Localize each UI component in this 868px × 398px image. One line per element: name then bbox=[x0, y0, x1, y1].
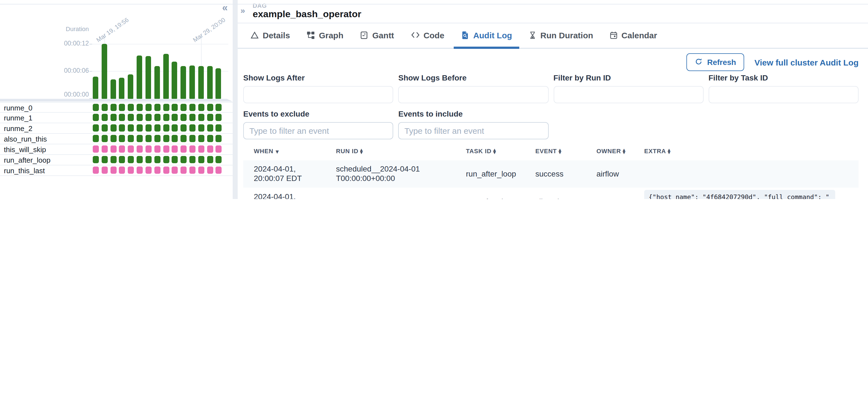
task-instance-cell[interactable] bbox=[163, 124, 169, 132]
task-instance-cell[interactable] bbox=[215, 167, 222, 174]
task-name[interactable]: runme_0 bbox=[4, 103, 32, 113]
task-instance-cell[interactable] bbox=[136, 104, 143, 111]
task-instance-cell[interactable] bbox=[128, 114, 134, 121]
task-instance-cell[interactable] bbox=[102, 104, 108, 111]
task-instance-cell[interactable] bbox=[207, 124, 213, 132]
duration-bar[interactable] bbox=[154, 66, 160, 99]
task-instance-cell[interactable] bbox=[119, 135, 125, 142]
task-instance-cell[interactable] bbox=[128, 156, 134, 163]
task-instance-cell[interactable] bbox=[207, 145, 213, 153]
duration-bar[interactable] bbox=[128, 74, 133, 99]
task-instance-cell[interactable] bbox=[93, 124, 99, 132]
task-instance-cell[interactable] bbox=[198, 114, 205, 121]
task-instance-cell[interactable] bbox=[154, 114, 160, 121]
column-header-event[interactable]: EVENT▲▼ bbox=[531, 144, 592, 160]
task-instance-cell[interactable] bbox=[119, 145, 125, 153]
task-instance-cell[interactable] bbox=[172, 167, 178, 174]
task-instance-cell[interactable] bbox=[215, 135, 222, 142]
task-instance-cell[interactable] bbox=[198, 135, 205, 142]
task-instance-cell[interactable] bbox=[189, 135, 195, 142]
task-instance-cell[interactable] bbox=[136, 156, 143, 163]
task-instance-cell[interactable] bbox=[172, 124, 178, 132]
task-instance-cell[interactable] bbox=[119, 124, 125, 132]
task-instance-cell[interactable] bbox=[146, 104, 152, 111]
task-instance-cell[interactable] bbox=[198, 104, 205, 111]
task-instance-cell[interactable] bbox=[136, 135, 143, 142]
task-instance-cell[interactable] bbox=[189, 145, 195, 153]
task-instance-cell[interactable] bbox=[136, 145, 143, 153]
duration-bar[interactable] bbox=[207, 66, 213, 99]
task-instance-cell[interactable] bbox=[93, 156, 99, 163]
task-instance-cell[interactable] bbox=[154, 156, 160, 163]
task-name[interactable]: run_after_loop bbox=[4, 156, 51, 165]
task-instance-cell[interactable] bbox=[189, 104, 195, 111]
task-instance-cell[interactable] bbox=[102, 145, 108, 153]
tab-details[interactable]: Details bbox=[243, 23, 297, 49]
task-instance-cell[interactable] bbox=[93, 114, 99, 121]
task-instance-cell[interactable] bbox=[102, 156, 108, 163]
task-instance-cell[interactable] bbox=[172, 104, 178, 111]
task-instance-cell[interactable] bbox=[93, 135, 99, 142]
task-instance-cell[interactable] bbox=[181, 114, 187, 121]
task-instance-cell[interactable] bbox=[181, 145, 187, 153]
task-instance-cell[interactable] bbox=[181, 135, 187, 142]
panel-resize-gutter[interactable] bbox=[233, 0, 238, 199]
task-instance-cell[interactable] bbox=[163, 145, 169, 153]
task-instance-cell[interactable] bbox=[207, 156, 213, 163]
task-instance-cell[interactable] bbox=[207, 104, 213, 111]
task-instance-cell[interactable] bbox=[111, 114, 117, 121]
task-instance-cell[interactable] bbox=[181, 124, 187, 132]
task-instance-cell[interactable] bbox=[198, 124, 205, 132]
duration-bar[interactable] bbox=[198, 66, 204, 99]
duration-bar[interactable] bbox=[172, 62, 177, 99]
task-instance-cell[interactable] bbox=[172, 145, 178, 153]
task-instance-cell[interactable] bbox=[128, 104, 134, 111]
task-instance-cell[interactable] bbox=[215, 124, 222, 132]
task-instance-cell[interactable] bbox=[154, 124, 160, 132]
task-instance-cell[interactable] bbox=[163, 156, 169, 163]
task-instance-cell[interactable] bbox=[128, 167, 134, 174]
task-instance-cell[interactable] bbox=[189, 124, 195, 132]
task-instance-cell[interactable] bbox=[146, 167, 152, 174]
task-instance-cell[interactable] bbox=[128, 145, 134, 153]
filter-input-show-logs-before[interactable] bbox=[399, 86, 549, 103]
task-instance-cell[interactable] bbox=[207, 114, 213, 121]
task-instance-cell[interactable] bbox=[189, 114, 195, 121]
tab-gantt[interactable]: Gantt bbox=[353, 23, 401, 49]
event-filter-input-0[interactable] bbox=[243, 122, 394, 139]
task-instance-cell[interactable] bbox=[154, 135, 160, 142]
task-instance-cell[interactable] bbox=[154, 104, 160, 111]
task-instance-cell[interactable] bbox=[93, 145, 99, 153]
tab-code[interactable]: Code bbox=[403, 23, 452, 49]
task-name[interactable]: this_will_skip bbox=[4, 145, 46, 154]
task-instance-cell[interactable] bbox=[146, 145, 152, 153]
column-header-task-id[interactable]: TASK ID▲▼ bbox=[462, 144, 531, 160]
task-instance-cell[interactable] bbox=[102, 124, 108, 132]
task-instance-cell[interactable] bbox=[163, 135, 169, 142]
task-instance-cell[interactable] bbox=[102, 114, 108, 121]
task-instance-cell[interactable] bbox=[172, 114, 178, 121]
task-instance-cell[interactable] bbox=[119, 156, 125, 163]
task-instance-cell[interactable] bbox=[128, 135, 134, 142]
task-instance-cell[interactable] bbox=[163, 167, 169, 174]
tab-calendar[interactable]: Calendar bbox=[602, 23, 664, 49]
task-instance-cell[interactable] bbox=[111, 135, 117, 142]
task-instance-cell[interactable] bbox=[154, 145, 160, 153]
task-instance-cell[interactable] bbox=[128, 124, 134, 132]
task-instance-cell[interactable] bbox=[198, 145, 205, 153]
task-instance-cell[interactable] bbox=[181, 104, 187, 111]
task-instance-cell[interactable] bbox=[119, 114, 125, 121]
task-instance-cell[interactable] bbox=[172, 135, 178, 142]
task-instance-cell[interactable] bbox=[198, 156, 205, 163]
duration-bar[interactable] bbox=[93, 76, 98, 99]
task-instance-cell[interactable] bbox=[207, 135, 213, 142]
task-instance-cell[interactable] bbox=[181, 167, 187, 174]
task-name[interactable]: also_run_this bbox=[4, 134, 47, 144]
task-instance-cell[interactable] bbox=[189, 156, 195, 163]
column-header-run-id[interactable]: RUN ID▲▼ bbox=[332, 144, 462, 160]
duration-bar[interactable] bbox=[146, 56, 151, 99]
task-instance-cell[interactable] bbox=[163, 114, 169, 121]
task-instance-cell[interactable] bbox=[215, 104, 222, 111]
duration-bar[interactable] bbox=[181, 66, 186, 99]
event-filter-input-1[interactable] bbox=[399, 122, 549, 139]
